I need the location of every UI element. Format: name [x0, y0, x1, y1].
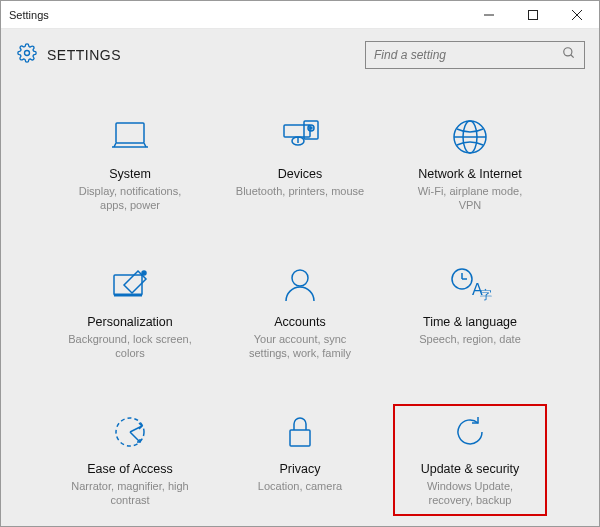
tile-personalization[interactable]: Personalization Background, lock screen,…	[55, 259, 205, 367]
tile-subtitle: Narrator, magnifier, high contrast	[65, 479, 195, 508]
tile-subtitle: Bluetooth, printers, mouse	[236, 184, 364, 198]
tile-title: Devices	[278, 167, 322, 181]
svg-rect-7	[116, 123, 144, 143]
tile-title: Personalization	[87, 315, 172, 329]
tile-accounts[interactable]: Accounts Your account, sync settings, wo…	[225, 259, 375, 367]
header: SETTINGS	[15, 29, 585, 81]
laptop-icon	[108, 117, 152, 157]
svg-point-4	[25, 51, 30, 56]
time-language-icon: A字	[448, 265, 492, 305]
tile-title: Accounts	[274, 315, 325, 329]
svg-point-25	[292, 270, 308, 286]
tile-subtitle: Windows Update, recovery, backup	[405, 479, 535, 508]
tile-title: Time & language	[423, 315, 517, 329]
titlebar: Settings	[1, 1, 599, 29]
tile-title: Network & Internet	[418, 167, 522, 181]
tile-devices[interactable]: Devices Bluetooth, printers, mouse	[225, 111, 375, 219]
svg-line-6	[571, 55, 574, 58]
tile-subtitle: Wi-Fi, airplane mode, VPN	[405, 184, 535, 213]
page-title: SETTINGS	[47, 47, 365, 63]
tile-subtitle: Display, notifications, apps, power	[65, 184, 195, 213]
tile-subtitle: Speech, region, date	[419, 332, 521, 346]
ease-of-access-icon	[110, 412, 150, 452]
close-button[interactable]	[555, 1, 599, 28]
svg-rect-34	[290, 430, 310, 446]
svg-point-5	[564, 48, 572, 56]
window-title: Settings	[1, 9, 467, 21]
tile-ease-of-access[interactable]: Ease of Access Narrator, magnifier, high…	[55, 406, 205, 514]
tile-network[interactable]: Network & Internet Wi-Fi, airplane mode,…	[395, 111, 545, 219]
svg-point-16	[308, 125, 314, 131]
svg-rect-11	[284, 125, 310, 137]
svg-rect-22	[114, 275, 142, 295]
window-controls	[467, 1, 599, 28]
person-icon	[280, 265, 320, 305]
tile-privacy[interactable]: Privacy Location, camera	[225, 406, 375, 514]
svg-line-33	[130, 432, 140, 442]
tile-title: Update & security	[421, 462, 520, 476]
tile-time-language[interactable]: A字 Time & language Speech, region, date	[395, 259, 545, 367]
devices-icon	[278, 117, 322, 157]
tile-subtitle: Background, lock screen, colors	[65, 332, 195, 361]
globe-icon	[450, 117, 490, 157]
search-box[interactable]	[365, 41, 585, 69]
paint-icon	[108, 265, 152, 305]
tile-system[interactable]: System Display, notifications, apps, pow…	[55, 111, 205, 219]
tile-update-security[interactable]: Update & security Windows Update, recove…	[395, 406, 545, 514]
svg-point-24	[142, 271, 146, 275]
tile-title: Ease of Access	[87, 462, 172, 476]
tile-subtitle: Location, camera	[258, 479, 342, 493]
tile-title: System	[109, 167, 151, 181]
search-icon	[562, 46, 576, 64]
tiles-grid: System Display, notifications, apps, pow…	[15, 81, 585, 524]
svg-point-17	[310, 127, 312, 129]
svg-rect-1	[529, 10, 538, 19]
update-icon	[450, 412, 490, 452]
svg-text:字: 字	[480, 288, 492, 302]
tile-title: Privacy	[280, 462, 321, 476]
content-area: SETTINGS System Display, notifications, …	[1, 29, 599, 526]
tile-subtitle: Your account, sync settings, work, famil…	[235, 332, 365, 361]
search-input[interactable]	[374, 48, 562, 62]
maximize-button[interactable]	[511, 1, 555, 28]
minimize-button[interactable]	[467, 1, 511, 28]
lock-icon	[282, 412, 318, 452]
gear-icon	[17, 43, 37, 67]
